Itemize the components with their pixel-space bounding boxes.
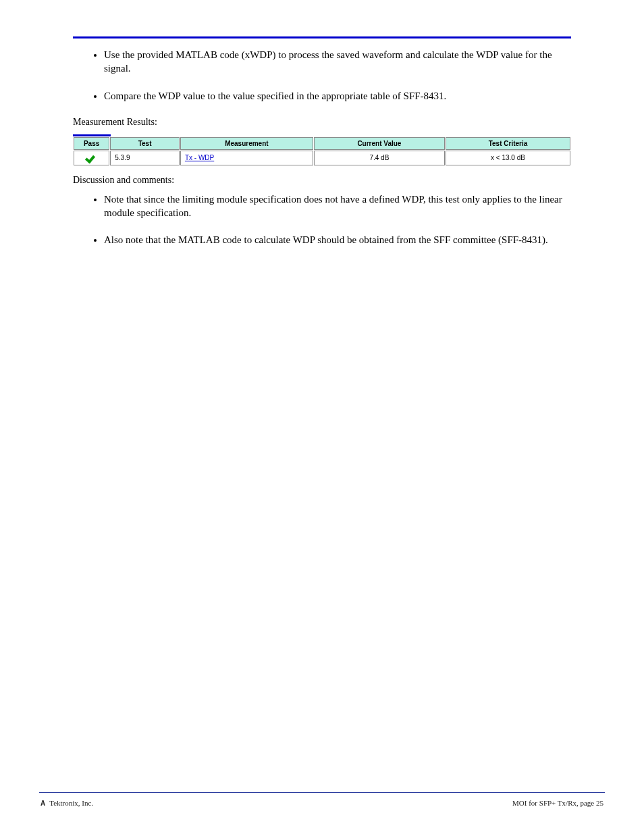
- list-item: Note that since the limiting module spec…: [104, 192, 571, 220]
- cell-test: 5.3.9: [110, 151, 180, 165]
- top-rule: [73, 36, 571, 38]
- pass-icon: [86, 153, 98, 161]
- cell-measurement: Tx - WDP: [180, 151, 313, 165]
- data-table: Pass Test Measurement Current Value Test…: [73, 136, 571, 166]
- cell-pass: [74, 151, 109, 165]
- bullet-list-b: Note that since the limiting module spec…: [73, 192, 571, 247]
- section-heading-discussion: Discussion and comments:: [73, 174, 571, 187]
- cell-test-criteria: x < 13.0 dB: [446, 151, 570, 165]
- list-item: Also note that the MATLAB code to calcul…: [104, 233, 571, 246]
- footer: A Tektronix, Inc. MOI for SFP+ Tx/Rx, pa…: [0, 792, 644, 808]
- col-header-measurement: Measurement: [180, 137, 313, 151]
- cell-current-value: 7.4 dB: [314, 151, 445, 165]
- footer-rule: [39, 792, 605, 793]
- list-item: Compare the WDP value to the value speci…: [104, 89, 571, 103]
- table-row: 5.3.9 Tx - WDP 7.4 dB x < 13.0 dB: [74, 151, 570, 165]
- content-area: Use the provided MATLAB code (xWDP) to p…: [0, 0, 644, 246]
- section-heading-results: Measurement Results:: [73, 116, 571, 129]
- col-header-pass: Pass: [74, 137, 109, 151]
- footer-company: Tektronix, Inc.: [49, 798, 93, 808]
- footer-line: A Tektronix, Inc. MOI for SFP+ Tx/Rx, pa…: [41, 798, 603, 808]
- bullet-list-a: Use the provided MATLAB code (xWDP) to p…: [73, 48, 571, 103]
- results-table: Pass Test Measurement Current Value Test…: [73, 134, 571, 166]
- table-header-row: Pass Test Measurement Current Value Test…: [74, 137, 570, 151]
- footer-page-info: MOI for SFP+ Tx/Rx, page 25: [512, 798, 603, 808]
- footer-left: A Tektronix, Inc.: [41, 798, 93, 808]
- col-header-test-criteria: Test Criteria: [446, 137, 570, 151]
- col-header-test: Test: [110, 137, 180, 151]
- brand-mark-icon: A: [41, 799, 45, 808]
- list-item: Use the provided MATLAB code (xWDP) to p…: [104, 48, 571, 76]
- col-header-current-value: Current Value: [314, 137, 445, 151]
- page: Use the provided MATLAB code (xWDP) to p…: [0, 0, 644, 834]
- measurement-link[interactable]: Tx - WDP: [185, 154, 214, 161]
